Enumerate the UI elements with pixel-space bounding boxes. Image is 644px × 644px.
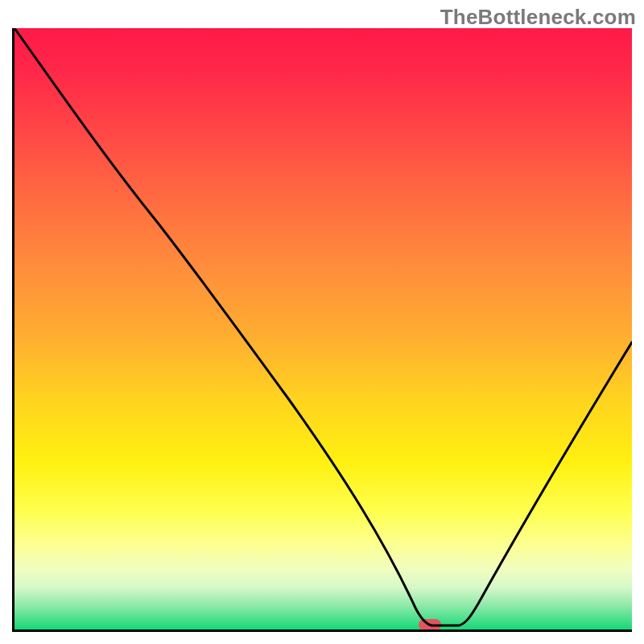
curve-path — [14, 28, 632, 625]
bottleneck-chart: TheBottleneck.com — [0, 0, 644, 644]
bottleneck-curve-line — [14, 28, 632, 630]
plot-area — [12, 28, 632, 632]
watermark-label: TheBottleneck.com — [440, 5, 636, 30]
